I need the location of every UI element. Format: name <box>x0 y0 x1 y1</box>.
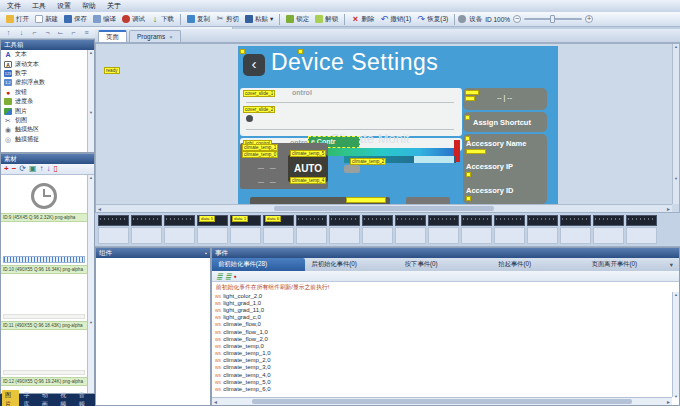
page-thumb[interactable] <box>593 215 624 246</box>
page-thumb[interactable] <box>428 215 459 246</box>
material-caption[interactable]: ID:11 (490X55 Q:96 18.43K) png-alpha <box>1 321 87 330</box>
climate-temp-4-tag[interactable]: climate_temp_4 <box>290 177 326 184</box>
canvas-horizontal-scrollbar[interactable]: ◄► <box>96 204 672 212</box>
object-tag[interactable] <box>240 49 245 54</box>
toolbox-item-touch-capture[interactable]: ◎触摸捕捉 <box>1 135 87 144</box>
edit-material-button[interactable]: ▣ <box>29 164 37 174</box>
compile-button[interactable]: 编译 <box>90 13 119 26</box>
object-tag[interactable] <box>465 90 479 95</box>
menu-tools[interactable]: 工具 <box>32 1 46 11</box>
close-tab-icon[interactable]: × <box>169 34 173 40</box>
paste-button[interactable]: 粘贴▾ <box>242 13 276 26</box>
menu-about[interactable]: 关于 <box>107 1 121 11</box>
tab-press-events[interactable]: 按下事件(0) <box>399 258 492 271</box>
material-caption[interactable]: ID:12 (490X55 Q:96 19.24K) png-alpha <box>1 377 87 386</box>
refresh-materials-button[interactable]: ⟳ <box>19 164 26 174</box>
align-top-icon[interactable]: ⌙ <box>55 28 66 38</box>
scroll-left-arrow[interactable]: ◄ <box>213 399 218 405</box>
page-thumb[interactable] <box>626 215 657 246</box>
blank-thumbnail[interactable] <box>3 314 85 319</box>
tab-programs[interactable]: Programs× <box>129 30 181 42</box>
cover-panel[interactable]: cover_slide_1 ontrol cover_slide_2 <box>240 88 462 136</box>
object-tag[interactable] <box>346 197 386 203</box>
event-list-vertical-scrollbar[interactable]: ▲▼ <box>672 292 679 397</box>
object-tag[interactable] <box>466 196 471 201</box>
assign-shortcut-box[interactable]: Assign Shortcut <box>463 112 547 132</box>
align-hcenter-icon[interactable]: ≡ <box>81 28 92 38</box>
trash-icon[interactable]: ▯ <box>54 164 58 174</box>
design-canvas[interactable]: ready ‹ Device Settings cover_slide_1 on… <box>95 43 680 213</box>
toolbox-item-text[interactable]: A文本 <box>1 50 87 59</box>
toolbox-item-progressbar[interactable]: 进度条 <box>1 97 87 106</box>
zoom-slider-thumb[interactable] <box>550 15 555 23</box>
event-row[interactable]: wsclimate_temp_4,0 <box>212 371 672 378</box>
open-button[interactable]: 打开 <box>3 13 32 26</box>
ruler-thumbnail[interactable] <box>3 256 85 263</box>
copy-button[interactable]: 复制 <box>184 13 213 26</box>
bottom-bar[interactable] <box>406 197 450 204</box>
climate-temp-5-tag[interactable]: climate_temp_5 <box>290 150 326 157</box>
ready-tag[interactable]: ready <box>104 67 120 74</box>
screen-title[interactable]: Device Settings <box>271 49 438 76</box>
toolbox-item-float[interactable]: 1.2虚拟浮点数 <box>1 78 87 87</box>
object-tag[interactable] <box>465 115 470 120</box>
download-button[interactable]: ↓下载 <box>148 13 177 26</box>
tab-audio[interactable]: 音频 <box>76 390 93 406</box>
toolbox-item-scrolltext[interactable]: A滚动文本 <box>1 59 87 68</box>
event-row[interactable]: wsclimate_temp,0 <box>212 342 672 349</box>
zoom-slider[interactable] <box>524 18 582 20</box>
align-bottom-icon[interactable]: ⌐ <box>68 28 79 38</box>
page-thumb[interactable] <box>98 215 129 246</box>
clock-thumbnail[interactable] <box>31 183 57 209</box>
object-tag[interactable] <box>466 172 471 177</box>
tab-post-init-events[interactable]: 后初始化事件(0) <box>305 258 398 271</box>
object-tag[interactable] <box>465 96 475 101</box>
scroll-right-arrow[interactable]: ► <box>666 399 671 405</box>
pin-icon[interactable]: ▪ <box>205 250 207 256</box>
toolbox-item-touch-hotspot[interactable]: ◉触摸热区 <box>1 125 87 134</box>
page-thumb[interactable] <box>527 215 558 246</box>
page-thumb[interactable] <box>164 215 195 246</box>
climate-temp-0-tag[interactable]: climate_temp_0 <box>242 151 278 158</box>
remove-material-button[interactable]: − <box>12 164 17 174</box>
delete-button[interactable]: ×删除 <box>348 13 377 26</box>
toolbox-item-slice[interactable]: ✂切图 <box>1 116 87 125</box>
new-button[interactable]: 新建 <box>32 13 61 26</box>
page-thumb-data5[interactable]: data 5 <box>197 215 228 246</box>
menu-help[interactable]: 帮助 <box>82 1 96 11</box>
add-material-button[interactable]: + <box>4 164 9 174</box>
page-thumb[interactable] <box>560 215 591 246</box>
undo-button[interactable]: ↶撤销(1) <box>377 13 414 26</box>
menu-settings[interactable]: 设置 <box>57 1 71 11</box>
cut-button[interactable]: ✂剪切 <box>213 13 242 26</box>
cover-slide-1-tag[interactable]: cover_slide_1 <box>243 90 275 97</box>
scroll-right-arrow[interactable]: ► <box>666 206 671 212</box>
event-row[interactable]: wslight_grad_c,0 <box>212 314 672 321</box>
redo-button[interactable]: ↷恢复(3) <box>414 13 451 26</box>
add-action-icon[interactable]: ≣ <box>216 272 223 281</box>
page-thumb-data1[interactable]: data 1 <box>230 215 261 246</box>
device-screen[interactable]: ‹ Device Settings cover_slide_1 ontrol c… <box>238 46 558 204</box>
page-thumb[interactable] <box>296 215 327 246</box>
event-row[interactable]: wsclimate_temp_1,0 <box>212 350 672 357</box>
object-tag[interactable] <box>298 49 303 54</box>
save-button[interactable]: 保存 <box>61 13 90 26</box>
menu-file[interactable]: 文件 <box>7 1 21 11</box>
lock-button[interactable]: 锁定 <box>283 13 312 26</box>
page-thumb[interactable] <box>461 215 492 246</box>
slider-track[interactable] <box>246 102 454 103</box>
zoom-in-button[interactable]: + <box>585 15 593 23</box>
toolbox-item-image[interactable]: 图片 <box>1 106 87 115</box>
event-row[interactable]: wsclimate_flow_2,0 <box>212 335 672 342</box>
scroll-thumb[interactable] <box>252 399 632 404</box>
slider-track[interactable] <box>246 129 454 130</box>
page-thumb[interactable] <box>494 215 525 246</box>
event-list-horizontal-scrollbar[interactable]: ◄► <box>212 397 672 405</box>
align-right-icon[interactable]: ¬ <box>42 28 53 38</box>
align-left-icon[interactable]: ⌐ <box>29 28 40 38</box>
cover-slide-2-tag[interactable]: cover_slide_2 <box>243 106 275 113</box>
tab-pre-init-events[interactable]: 前初始化事件(28) <box>212 258 305 271</box>
zoom-out-button[interactable]: − <box>513 15 521 23</box>
scroll-thumb[interactable] <box>274 206 494 211</box>
event-row[interactable]: wsclimate_flow,0 <box>212 321 672 328</box>
